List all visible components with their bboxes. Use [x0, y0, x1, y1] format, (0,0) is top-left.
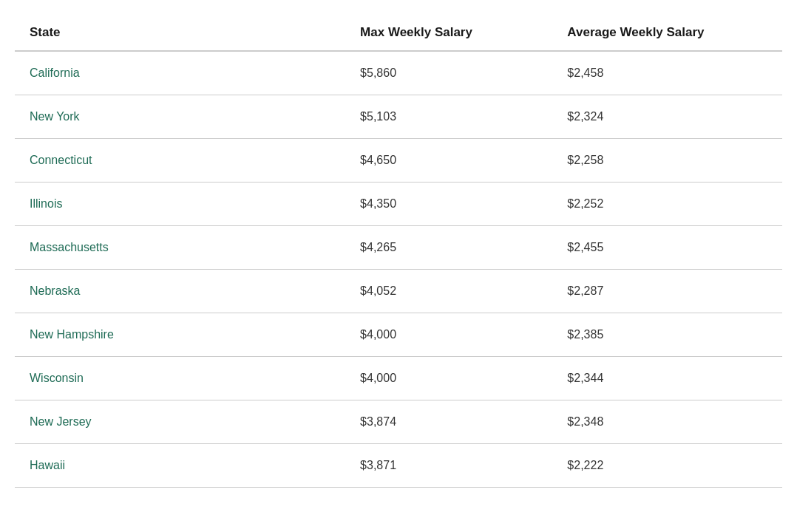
salary-table-container: State Max Weekly Salary Average Weekly S…	[15, 15, 782, 488]
table-header-row: State Max Weekly Salary Average Weekly S…	[15, 15, 782, 51]
cell-state: New Jersey	[15, 400, 360, 444]
table-row: New Hampshire$4,000$2,385	[15, 313, 782, 357]
table-row: California$5,860$2,458	[15, 51, 782, 95]
table-row: Wisconsin$4,000$2,344	[15, 357, 782, 400]
table-row: Massachusetts$4,265$2,455	[15, 226, 782, 270]
table-row: Connecticut$4,650$2,258	[15, 139, 782, 183]
cell-avg-salary: $2,252	[567, 183, 782, 226]
table-row: New York$5,103$2,324	[15, 95, 782, 139]
cell-max-salary: $3,874	[360, 400, 567, 444]
cell-state: Connecticut	[15, 139, 360, 183]
table-row: New Jersey$3,874$2,348	[15, 400, 782, 444]
cell-state: New Hampshire	[15, 313, 360, 357]
col-header-state: State	[15, 15, 360, 51]
cell-avg-salary: $2,348	[567, 400, 782, 444]
cell-max-salary: $4,000	[360, 357, 567, 400]
cell-max-salary: $4,000	[360, 313, 567, 357]
cell-avg-salary: $2,458	[567, 51, 782, 95]
cell-avg-salary: $2,258	[567, 139, 782, 183]
col-header-max-salary: Max Weekly Salary	[360, 15, 567, 51]
cell-avg-salary: $2,385	[567, 313, 782, 357]
cell-max-salary: $5,103	[360, 95, 567, 139]
table-row: Illinois$4,350$2,252	[15, 183, 782, 226]
salary-table: State Max Weekly Salary Average Weekly S…	[15, 15, 782, 488]
cell-max-salary: $4,350	[360, 183, 567, 226]
cell-avg-salary: $2,344	[567, 357, 782, 400]
cell-avg-salary: $2,324	[567, 95, 782, 139]
cell-avg-salary: $2,287	[567, 270, 782, 313]
cell-avg-salary: $2,455	[567, 226, 782, 270]
table-row: Nebraska$4,052$2,287	[15, 270, 782, 313]
cell-state: Massachusetts	[15, 226, 360, 270]
cell-max-salary: $4,650	[360, 139, 567, 183]
cell-max-salary: $5,860	[360, 51, 567, 95]
cell-avg-salary: $2,222	[567, 444, 782, 488]
cell-state: Hawaii	[15, 444, 360, 488]
cell-state: Illinois	[15, 183, 360, 226]
cell-max-salary: $4,265	[360, 226, 567, 270]
cell-max-salary: $4,052	[360, 270, 567, 313]
cell-state: Wisconsin	[15, 357, 360, 400]
cell-state: California	[15, 51, 360, 95]
cell-max-salary: $3,871	[360, 444, 567, 488]
cell-state: New York	[15, 95, 360, 139]
cell-state: Nebraska	[15, 270, 360, 313]
table-row: Hawaii$3,871$2,222	[15, 444, 782, 488]
col-header-avg-salary: Average Weekly Salary	[567, 15, 782, 51]
